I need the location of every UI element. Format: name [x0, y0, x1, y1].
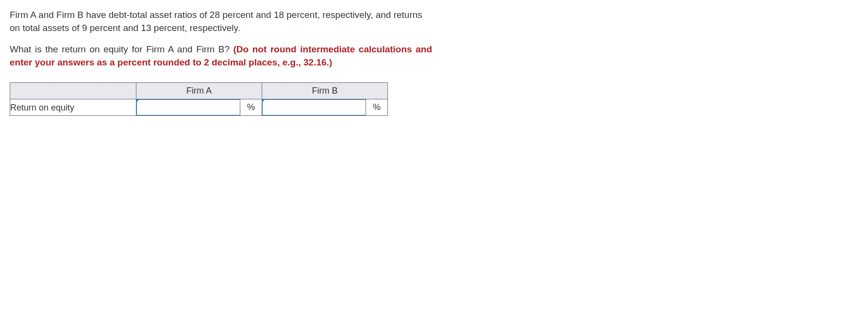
question-paragraph-2: What is the return on equity for Firm A …: [10, 43, 432, 69]
firm-b-input[interactable]: [262, 99, 366, 115]
cell-firm-b: %: [262, 99, 388, 116]
answer-table: Firm A Firm B Return on equity % %: [10, 82, 388, 116]
input-indicator-icon: [262, 99, 266, 103]
table-header-row: Firm A Firm B: [10, 83, 388, 99]
header-blank: [10, 83, 136, 99]
table-row: Return on equity % %: [10, 99, 388, 116]
header-firm-b: Firm B: [262, 83, 388, 99]
question-paragraph-1: Firm A and Firm B have debt-total asset …: [10, 9, 432, 34]
cell-firm-a: %: [136, 99, 262, 116]
header-firm-a: Firm A: [136, 83, 262, 99]
question-lead: What is the return on equity for Firm A …: [10, 44, 234, 54]
question-text: Firm A and Firm B have debt-total asset …: [10, 9, 432, 69]
row-label-return-on-equity: Return on equity: [10, 99, 136, 116]
firm-a-input[interactable]: [136, 99, 240, 115]
firm-b-unit: %: [366, 99, 387, 115]
firm-a-unit: %: [240, 99, 262, 115]
input-indicator-icon: [136, 99, 140, 103]
